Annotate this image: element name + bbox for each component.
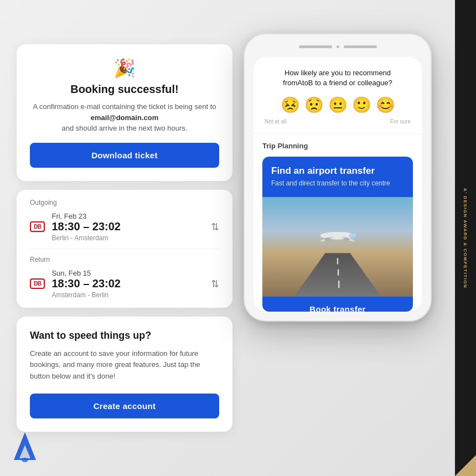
trip-planning-title: Trip Planning [262,142,413,150]
outgoing-segment: DB Fri, Feb 23 18:30 – 23:02 Berlin - Am… [30,212,219,242]
outgoing-label: Outgoing [30,199,219,206]
svg-point-11 [324,237,330,241]
transfer-subtitle: Fast and direct transfer to the city cen… [271,179,404,188]
nps-emoji-1[interactable]: 😣 [281,96,300,114]
return-segment: DB Sun, Feb 15 18:30 – 23:02 Amsterdam -… [30,269,219,299]
nps-label-right: For sure [390,118,411,125]
return-info: Sun, Feb 15 18:30 – 23:02 Amsterdam - Be… [51,269,204,299]
speed-up-card: Want to speed things up? Create an accou… [17,317,232,432]
speed-title: Want to speed things up? [30,330,219,342]
return-time: 18:30 – 23:02 [51,277,204,290]
nps-emoji-5[interactable]: 😊 [376,96,395,114]
speed-description: Create an account to save your informati… [30,348,219,382]
side-banner-triangle [455,455,476,476]
phone-notch [253,43,422,50]
nps-emojis: 😣 😟 😐 🙂 😊 [262,96,413,114]
logo-area [11,430,39,465]
phone-mockup: How likely are you to recommend fromAtoB… [244,33,432,322]
nps-emoji-2[interactable]: 😟 [304,96,324,114]
logo-icon [11,430,39,463]
phone-mockup-area: How likely are you to recommend fromAtoB… [244,33,432,322]
create-account-button[interactable]: Create account [30,394,219,418]
transfer-title: Find an airport transfer [271,165,404,177]
booking-success-card: 🎉 Booking successful! A confirmation e-m… [17,44,232,181]
download-ticket-button[interactable]: Download ticket [30,143,219,168]
side-banner: A' DESIGN AWARD & COMPETITION [455,0,476,476]
transfer-card: Find an airport transfer Fast and direct… [262,157,413,312]
nps-emoji-4[interactable]: 🙂 [352,96,371,114]
main-background: 🎉 Booking successful! A confirmation e-m… [0,0,476,476]
airport-image [262,197,413,297]
left-cards-area: 🎉 Booking successful! A confirmation e-m… [17,44,232,432]
booking-title: Booking successful! [30,83,219,96]
book-transfer-button[interactable]: Book transfer [262,297,413,312]
booking-description: A confirmation e-mail containing the tic… [30,101,219,134]
svg-rect-0 [262,197,413,253]
svg-point-10 [349,233,356,238]
airport-scene-svg [262,197,413,297]
outgoing-route: Berlin - Amsterdam [51,234,204,242]
phone-pill-right [344,45,377,48]
transfer-top: Find an airport transfer Fast and direct… [262,157,413,197]
transfer-card-inner: Find an airport transfer Fast and direct… [262,157,413,312]
return-date: Sun, Feb 15 [51,269,204,277]
nps-card: How likely are you to recommend fromAtoB… [253,57,422,134]
segment-divider [30,249,219,249]
outgoing-arrow[interactable]: ⇅ [211,221,219,233]
phone-camera [337,45,339,48]
side-banner-text: A' DESIGN AWARD & COMPETITION [463,188,468,288]
return-arrow[interactable]: ⇅ [211,278,219,290]
nps-labels: Not at all For sure [262,118,413,125]
outgoing-time: 18:30 – 23:02 [51,220,204,233]
db-badge-outgoing: DB [30,221,45,232]
trip-planning-section: Trip Planning Find an airport transfer F… [253,134,422,312]
trip-segments-card: Outgoing DB Fri, Feb 23 18:30 – 23:02 Be… [17,190,232,308]
db-badge-return: DB [30,278,45,289]
outgoing-info: Fri, Feb 23 18:30 – 23:02 Berlin - Amste… [51,212,204,242]
svg-point-15 [22,458,28,462]
outgoing-date: Fri, Feb 23 [51,212,204,220]
nps-label-left: Not at all [265,118,286,125]
party-emoji: 🎉 [30,58,219,79]
nps-emoji-3[interactable]: 😐 [328,96,348,114]
phone-content: How likely are you to recommend fromAtoB… [253,57,422,312]
return-label: Return [30,256,219,263]
svg-point-12 [343,237,349,241]
return-route: Amsterdam - Berlin [51,291,204,299]
nps-question: How likely are you to recommend fromAtoB… [262,68,413,88]
phone-pill-left [299,45,332,48]
